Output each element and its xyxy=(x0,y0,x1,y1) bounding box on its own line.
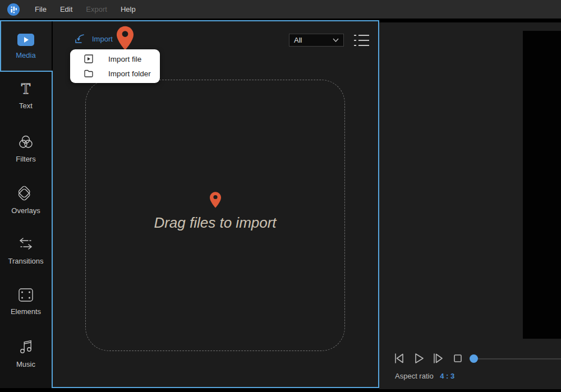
menu-edit[interactable]: Edit xyxy=(53,5,79,13)
aspect-ratio-label: Aspect ratio xyxy=(395,372,434,380)
media-icon xyxy=(17,33,35,47)
import-menu-item-folder[interactable]: Import folder xyxy=(70,67,160,80)
seek-bar-handle[interactable] xyxy=(470,354,478,363)
drop-zone-hint-text: Drag files to import xyxy=(86,214,344,232)
location-pin-icon xyxy=(117,26,134,50)
menu-file[interactable]: File xyxy=(28,5,53,13)
menu-export: Export xyxy=(79,5,114,13)
media-tab-outline-bottom xyxy=(0,71,53,72)
aspect-ratio-value[interactable]: 4 : 3 xyxy=(440,372,454,380)
sidebar-item-filters[interactable]: Filters xyxy=(0,133,52,173)
import-menu-item-file[interactable]: Import file xyxy=(70,53,160,65)
folder-icon xyxy=(84,68,94,79)
list-view-icon[interactable] xyxy=(354,35,370,46)
import-menu-item-label: Import folder xyxy=(108,70,151,78)
media-library-panel: Import All Import xyxy=(53,21,378,387)
media-filter-value: All xyxy=(294,36,302,44)
sidebar-item-transitions[interactable]: Transitions xyxy=(0,236,52,276)
import-button-label: Import xyxy=(92,35,113,43)
import-button[interactable]: Import xyxy=(74,33,113,45)
panel-outline-left xyxy=(52,72,53,387)
video-file-icon xyxy=(84,54,94,64)
sidebar-item-music[interactable]: Music xyxy=(0,338,52,378)
video-preview-screen xyxy=(523,31,561,339)
import-menu: Import file Import folder xyxy=(70,49,160,83)
overlays-icon xyxy=(16,184,35,202)
transport-controls xyxy=(392,351,465,366)
next-frame-button[interactable] xyxy=(431,351,445,366)
previous-frame-button[interactable] xyxy=(392,351,406,366)
drop-zone-content: Drag files to import xyxy=(86,191,344,232)
media-filter-dropdown[interactable]: All xyxy=(289,34,344,47)
media-tab-outline-left xyxy=(0,21,1,71)
sidebar-item-media[interactable]: Media xyxy=(0,21,52,71)
transitions-icon xyxy=(16,236,35,252)
list-view-row xyxy=(354,35,370,36)
list-view-row xyxy=(354,40,370,41)
menu-bar: File Edit Export Help xyxy=(0,0,561,19)
filters-icon xyxy=(17,133,34,150)
elements-icon xyxy=(17,287,35,303)
menu-help[interactable]: Help xyxy=(114,5,142,13)
stop-button[interactable] xyxy=(450,351,465,366)
sidebar-item-text[interactable]: T Text xyxy=(0,80,52,119)
aspect-ratio-row: Aspect ratio 4 : 3 xyxy=(395,372,454,380)
seek-bar-track[interactable] xyxy=(473,358,561,359)
svg-text:T: T xyxy=(21,80,31,97)
preview-panel: Aspect ratio 4 : 3 xyxy=(379,22,561,389)
app-window: File Edit Export Help Media T Text Fi xyxy=(0,0,561,392)
list-view-row xyxy=(354,45,370,46)
sidebar-item-elements[interactable]: Elements xyxy=(0,287,52,328)
sidebar-item-label: Music xyxy=(16,360,35,368)
sidebar-item-label: Text xyxy=(19,102,33,110)
app-logo-icon xyxy=(7,3,20,16)
play-button[interactable] xyxy=(411,351,426,366)
text-icon: T xyxy=(17,80,34,97)
drag-drop-zone[interactable]: Drag files to import xyxy=(85,80,345,351)
sidebar-item-label: Media xyxy=(16,51,35,59)
sidebar-item-label: Overlays xyxy=(11,206,40,215)
sidebar-item-label: Filters xyxy=(16,155,35,163)
import-menu-item-label: Import file xyxy=(108,55,141,63)
sidebar: Media T Text Filters Overlays xyxy=(0,21,52,388)
sidebar-item-overlays[interactable]: Overlays xyxy=(0,184,52,224)
sidebar-item-label: Elements xyxy=(11,307,41,316)
location-pin-icon xyxy=(210,191,221,209)
panel-outline-bottom xyxy=(52,387,379,388)
sidebar-item-label: Transitions xyxy=(8,257,43,265)
import-icon xyxy=(74,33,86,45)
chevron-down-icon xyxy=(333,38,339,42)
panel-outline-top xyxy=(0,20,379,21)
music-icon xyxy=(17,338,35,356)
